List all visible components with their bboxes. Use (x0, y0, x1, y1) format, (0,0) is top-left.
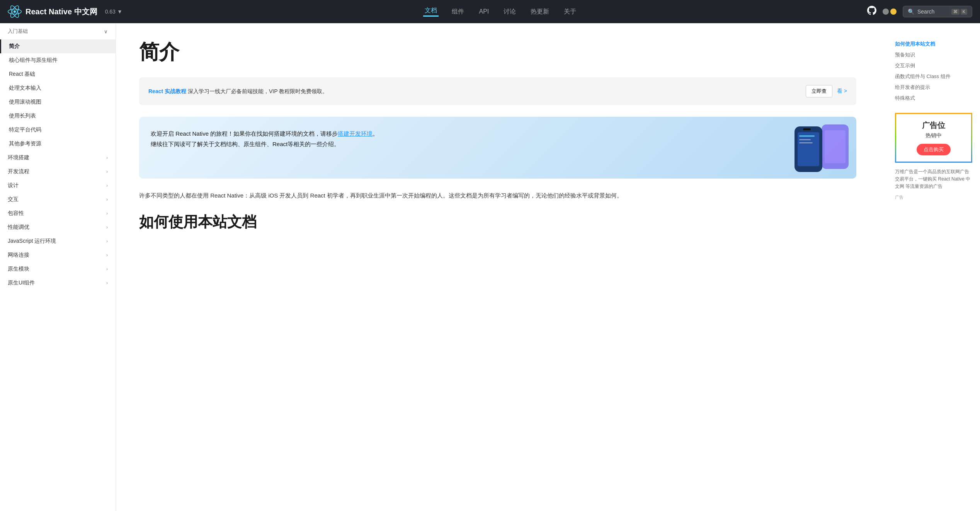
phone-illustration (791, 121, 852, 175)
sidebar-item-text-input[interactable]: 处理文本输入 (0, 81, 116, 95)
chevron-right-icon-8: › (106, 252, 108, 258)
sidebar-item-scroll-view[interactable]: 使用滚动视图 (0, 95, 116, 109)
sidebar-item-js-env[interactable]: JavaScript 运行环境 › (0, 234, 116, 248)
sidebar-item-native-ui[interactable]: 原生UI组件 › (0, 276, 116, 290)
chevron-right-icon-3: › (106, 183, 108, 188)
dark-mode-icon[interactable] (890, 9, 897, 15)
brand-name: React Native 中文网 (26, 7, 97, 17)
sidebar: 入门基础 ∨ 简介 核心组件与原生组件 React 基础 处理文本输入 使用滚动… (0, 23, 116, 511)
nav-link-discussion[interactable]: 讨论 (502, 8, 517, 16)
toc-item-how-to-use[interactable]: 如何使用本站文档 (895, 39, 972, 49)
svg-rect-5 (825, 130, 846, 163)
svg-rect-11 (803, 128, 811, 130)
sidebar-item-accessibility[interactable]: 包容性 › (0, 206, 116, 220)
brand-link[interactable]: React Native 中文网 (8, 5, 97, 19)
nav-link-api[interactable]: API (477, 8, 490, 15)
sidebar-item-dev-flow-label: 开发流程 (8, 168, 29, 175)
nav-right: 🔍 Search ⌘ K (867, 6, 972, 17)
svg-rect-7 (798, 132, 819, 166)
sidebar-section-basics-label: 入门基础 (8, 28, 28, 35)
sidebar-item-design-label: 设计 (8, 182, 19, 189)
search-box[interactable]: 🔍 Search ⌘ K (903, 6, 972, 17)
github-icon[interactable] (867, 6, 876, 17)
chevron-right-icon-5: › (106, 211, 108, 216)
chevron-right-icon-7: › (106, 238, 108, 244)
page-wrapper: 入门基础 ∨ 简介 核心组件与原生组件 React 基础 处理文本输入 使用滚动… (0, 23, 980, 511)
search-placeholder: Search (917, 9, 934, 15)
chevron-right-icon-4: › (106, 197, 108, 202)
sidebar-item-other-resources[interactable]: 其他参考资源 (0, 137, 116, 151)
kbd-cmd: ⌘ (951, 9, 960, 15)
sidebar-item-performance-label: 性能调优 (8, 224, 29, 231)
sidebar-item-design[interactable]: 设计 › (0, 179, 116, 192)
sidebar-item-native-modules-label: 原生模块 (8, 266, 29, 273)
sidebar-item-interaction-label: 交互 (8, 196, 19, 203)
kbd-k: K (961, 9, 967, 15)
sidebar-item-env-setup-label: 环境搭建 (8, 154, 29, 161)
sidebar-item-long-list[interactable]: 使用长列表 (0, 109, 116, 123)
sidebar-item-react-basics[interactable]: React 基础 (0, 67, 116, 81)
setup-link[interactable]: 搭建开发环境 (338, 130, 373, 137)
sidebar-item-native-ui-label: 原生UI组件 (8, 279, 35, 286)
nav-link-docs[interactable]: 文档 (423, 7, 439, 17)
sidebar-item-core-components[interactable]: 核心组件与原生组件 (0, 53, 116, 67)
sidebar-item-network[interactable]: 网络连接 › (0, 248, 116, 262)
navbar: React Native 中文网 0.63 ▼ 文档 组件 API 讨论 热更新… (0, 0, 980, 23)
sidebar-item-intro[interactable]: 简介 (0, 39, 116, 53)
sidebar-item-network-label: 网络连接 (8, 252, 29, 259)
ad-banner: React 实战教程 深入学习一线大厂必备前端技能，VIP 教程限时免费领取。 … (139, 77, 856, 105)
ad-box: 广告位 热销中 点击购买 (895, 113, 972, 163)
sidebar-item-interaction[interactable]: 交互 › (0, 192, 116, 206)
theme-toggle[interactable] (883, 9, 897, 15)
ad-banner-text: React 实战教程 深入学习一线大厂必备前端技能，VIP 教程限时免费领取。 (148, 87, 801, 95)
ad-box-subtitle: 热销中 (902, 132, 965, 139)
version-chevron-icon: ▼ (117, 9, 122, 15)
toc-item-prerequisites[interactable]: 预备知识 (895, 49, 972, 60)
welcome-text: 欢迎开启 React Native 的旅程！如果你在找如何搭建环境的文档，请移步… (151, 128, 383, 149)
page-title: 简介 (139, 39, 856, 66)
search-icon: 🔍 (908, 9, 914, 15)
welcome-banner: 欢迎开启 React Native 的旅程！如果你在找如何搭建环境的文档，请移步… (139, 117, 856, 179)
ad-banner-bold-text: React 实战教程 (148, 88, 186, 94)
toc-item-developer-tips[interactable]: 给开发者的提示 (895, 82, 972, 93)
ad-label: 广告 (895, 194, 972, 200)
chevron-right-icon-6: › (106, 225, 108, 230)
toc-item-interactive-examples[interactable]: 交互示例 (895, 60, 972, 71)
chevron-right-icon-9: › (106, 266, 108, 272)
chevron-down-icon: ∨ (104, 29, 108, 34)
toc: 如何使用本站文档 预备知识 交互示例 函数式组件与 Class 组件 给开发者的… (887, 23, 980, 511)
main-content: 简介 React 实战教程 深入学习一线大厂必备前端技能，VIP 教程限时免费领… (116, 23, 880, 511)
light-mode-icon[interactable] (883, 9, 889, 15)
sidebar-item-dev-flow[interactable]: 开发流程 › (0, 165, 116, 179)
version-selector[interactable]: 0.63 ▼ (105, 9, 122, 15)
toc-item-functional-class[interactable]: 函数式组件与 Class 组件 (895, 71, 972, 82)
svg-rect-10 (799, 142, 813, 143)
sidebar-item-platform-code[interactable]: 特定平台代码 (0, 123, 116, 137)
svg-rect-8 (799, 135, 815, 137)
nav-link-hotupdate[interactable]: 热更新 (529, 8, 551, 16)
ad-description: 万维广告是一个高品质的互联网广告交易平台，一键购买 React Native 中… (895, 168, 972, 191)
sidebar-item-performance[interactable]: 性能调优 › (0, 220, 116, 234)
sidebar-item-native-modules[interactable]: 原生模块 › (0, 262, 116, 276)
nav-link-components[interactable]: 组件 (450, 8, 466, 16)
chevron-right-icon: › (106, 155, 108, 160)
ad-banner-plain-text: 深入学习一线大厂必备前端技能，VIP 教程限时免费领取。 (186, 88, 328, 94)
version-text: 0.63 (105, 9, 116, 15)
main-nav: 文档 组件 API 讨论 热更新 关于 (134, 7, 867, 17)
chevron-right-icon-10: › (106, 280, 108, 286)
svg-point-0 (14, 10, 16, 13)
section-title: 如何使用本站文档 (139, 212, 856, 232)
ad-banner-button[interactable]: 立即查 (806, 85, 832, 97)
sidebar-section-basics[interactable]: 入门基础 ∨ (0, 23, 116, 39)
ad-banner-link[interactable]: 看 > (837, 88, 847, 95)
body-text: 许多不同类型的人都在使用 React Native：从高级 iOS 开发人员到 … (139, 190, 856, 201)
sidebar-item-env-setup[interactable]: 环境搭建 › (0, 151, 116, 165)
toc-item-special-format[interactable]: 特殊格式 (895, 93, 972, 104)
sidebar-item-js-env-label: JavaScript 运行环境 (8, 238, 56, 245)
ad-box-button[interactable]: 点击购买 (917, 144, 951, 155)
nav-link-about[interactable]: 关于 (562, 8, 578, 16)
sidebar-item-accessibility-label: 包容性 (8, 210, 24, 217)
chevron-right-icon-2: › (106, 169, 108, 174)
ad-box-title: 广告位 (902, 120, 965, 131)
search-keyboard-shortcut: ⌘ K (951, 9, 967, 15)
